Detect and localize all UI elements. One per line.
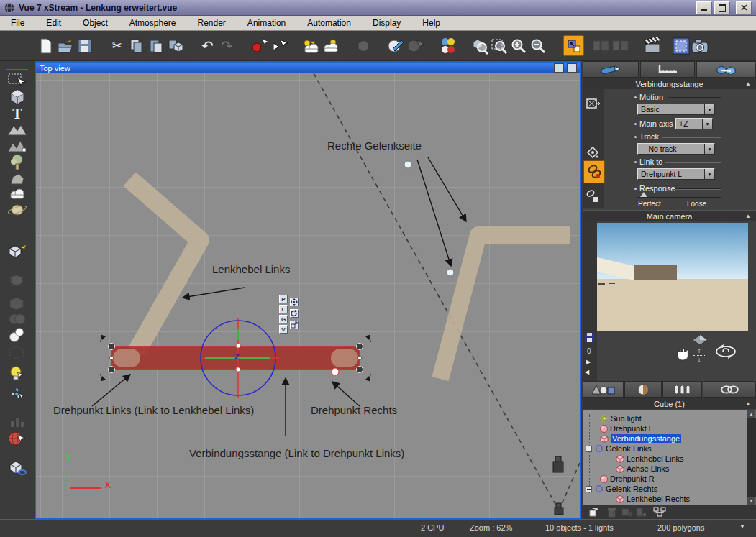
metaballs-icon[interactable] xyxy=(6,326,28,344)
redo-icon[interactable]: ↷ xyxy=(217,36,237,55)
create-ventilator-icon[interactable] xyxy=(6,385,28,403)
drehpunkt-rechts-marker[interactable] xyxy=(332,368,339,375)
save-view-icon[interactable] xyxy=(585,333,594,342)
zoom-in-icon[interactable] xyxy=(509,36,528,55)
joint-dot-upper[interactable] xyxy=(404,161,411,168)
zoom-out-icon[interactable] xyxy=(528,36,547,55)
duplicate-object-icon[interactable] xyxy=(588,507,599,518)
edit-material-disabled-icon[interactable] xyxy=(405,36,424,55)
drehpunkt-links-object[interactable] xyxy=(113,349,140,367)
elevate-camera-icon[interactable]: ↑↓ xyxy=(693,347,705,364)
title-bar[interactable]: Vue 7 xStream - Lenkung erweitert.vue xyxy=(0,0,756,16)
delete-object-icon[interactable] xyxy=(607,507,616,518)
tree-row-lenkhebel-rechts[interactable]: Lenkhebel Rechts xyxy=(583,494,747,504)
camera-preview[interactable] xyxy=(597,223,748,331)
pick-object-icon[interactable] xyxy=(250,36,269,55)
menu-render[interactable]: Render xyxy=(191,17,232,29)
camera-object[interactable] xyxy=(553,456,563,472)
tree-row-lenkhebel-links[interactable]: Lenkhebel Links xyxy=(583,454,747,464)
create-planet-icon[interactable] xyxy=(6,201,28,219)
scroll-down-icon[interactable]: ▼ xyxy=(747,497,756,505)
link-mode-icon[interactable] xyxy=(583,160,605,183)
color-palette-icon[interactable] xyxy=(437,36,457,55)
maximize-view-icon[interactable] xyxy=(563,35,584,56)
joint-dot-lower[interactable] xyxy=(447,269,454,276)
gyroscope-icon[interactable] xyxy=(586,146,599,159)
gizmo-bottom-node[interactable] xyxy=(236,367,240,372)
undo-icon[interactable]: ↶ xyxy=(198,36,217,55)
orbit-camera-icon[interactable] xyxy=(714,341,738,362)
render-icon[interactable] xyxy=(691,36,710,55)
drehpunkt-rechts-object[interactable] xyxy=(331,349,358,367)
graph-bars-disabled-icon[interactable] xyxy=(6,412,28,431)
collapse-expander-icon[interactable] xyxy=(586,486,592,492)
collapse-panel-icon[interactable]: ▲ xyxy=(745,81,751,87)
scroll-up-icon[interactable]: ▲ xyxy=(747,410,756,418)
top-view-viewport[interactable]: Top view xyxy=(35,61,581,519)
menu-help[interactable]: Help xyxy=(416,17,447,29)
render-animation-icon[interactable] xyxy=(643,36,662,55)
menu-object[interactable]: Object xyxy=(76,17,114,29)
paste-icon[interactable] xyxy=(146,36,165,55)
tree-scrollbar[interactable]: ▲ ▼ xyxy=(747,410,756,505)
tree-row-drehpunkt-r[interactable]: Drehpunkt R xyxy=(583,474,747,484)
tab-numerics[interactable] xyxy=(640,61,695,78)
link-to-dropdown[interactable]: Drehpunkt L▼ xyxy=(637,168,715,180)
camera-apex-object[interactable] xyxy=(555,503,563,515)
import-object-icon[interactable] xyxy=(6,242,28,261)
layout-quad-disabled-icon[interactable] xyxy=(591,36,611,55)
layout-single-disabled-icon[interactable] xyxy=(611,36,630,55)
atmosphere-editor-icon[interactable] xyxy=(321,36,340,55)
pick-animate-icon[interactable] xyxy=(269,36,288,55)
cut-icon[interactable]: ✂ xyxy=(107,36,127,55)
new-scene-icon[interactable] xyxy=(36,36,55,55)
main-axis-dropdown[interactable]: +Z▼ xyxy=(675,118,713,129)
tab-animation[interactable] xyxy=(696,61,756,78)
load-object-icon[interactable] xyxy=(636,507,646,518)
replace-object-icon[interactable] xyxy=(621,507,633,518)
polygons-status[interactable]: 200 polygons xyxy=(657,523,704,532)
render-area-icon[interactable] xyxy=(671,36,691,55)
hypertexture-disabled-icon[interactable] xyxy=(6,343,28,362)
menu-automation[interactable]: Automation xyxy=(301,17,357,29)
tab-links[interactable] xyxy=(703,381,756,398)
collapse-objects-icon[interactable]: ▲ xyxy=(745,400,751,407)
polygons-dropdown-icon[interactable]: ▼ xyxy=(739,523,745,530)
group-objects-icon[interactable] xyxy=(653,507,666,517)
tab-material[interactable] xyxy=(583,61,639,78)
tree-row-sun-light[interactable]: Sun light xyxy=(583,413,747,423)
motion-panel-header[interactable]: Verbindungsstange ▲ xyxy=(583,78,756,89)
create-light-icon[interactable] xyxy=(6,364,28,383)
tree-row-drehpunkt-l[interactable]: Drehpunkt L xyxy=(583,423,747,433)
tree-row-gelenk-links[interactable]: Gelenk Links xyxy=(583,444,747,454)
edit-object-disabled-icon[interactable] xyxy=(353,36,373,55)
tab-aspect[interactable] xyxy=(662,381,702,398)
edit-terrain-disabled-icon[interactable] xyxy=(6,271,28,290)
track-dropdown[interactable]: ---No track---▼ xyxy=(637,143,715,155)
tree-row-verbindungsstange[interactable]: Verbindungsstange xyxy=(583,433,747,444)
axis-constraint-icon[interactable] xyxy=(586,97,600,110)
view-options-icon[interactable] xyxy=(554,63,564,73)
tab-materials[interactable] xyxy=(624,381,662,398)
tree-row-achse-links[interactable]: Achse Links xyxy=(583,464,747,474)
link-tool-icon[interactable] xyxy=(6,458,28,477)
material-editor-icon[interactable] xyxy=(386,36,405,55)
lenkhebel-rechts-object[interactable] xyxy=(440,235,570,379)
gizmo-resize-button[interactable] xyxy=(290,321,299,329)
gizmo-group-button[interactable]: G xyxy=(279,315,288,323)
prev-frame-icon[interactable]: ◀ xyxy=(585,369,589,375)
load-atmosphere-icon[interactable] xyxy=(301,36,321,55)
collapse-camera-icon[interactable]: ▲ xyxy=(745,213,751,219)
objects-panel-header[interactable]: Cube (1) ▲ xyxy=(583,398,756,409)
open-file-icon[interactable] xyxy=(55,36,75,55)
save-icon[interactable] xyxy=(75,36,94,55)
gizmo-top-node[interactable] xyxy=(236,344,240,348)
menu-animation[interactable]: Animation xyxy=(241,17,292,29)
viewport-canvas[interactable]: P L G V Rechte Gelenkseite Lenkhebel Lin… xyxy=(36,73,580,518)
view-camera-icon[interactable] xyxy=(567,63,577,73)
minimize-button[interactable] xyxy=(696,1,712,14)
menu-edit[interactable]: Edit xyxy=(40,17,68,29)
tab-objects[interactable] xyxy=(583,381,624,398)
zoom-status[interactable]: Zoom : 62% xyxy=(470,523,512,532)
zoom-region-icon[interactable] xyxy=(489,36,509,55)
